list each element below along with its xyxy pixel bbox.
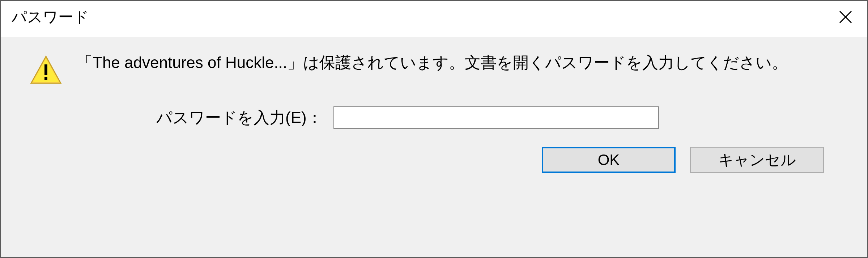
svg-rect-5 [44,77,47,80]
ok-button[interactable]: OK [542,147,676,173]
message-text: 「The adventures of Huckle...」は保護されています。文… [77,51,802,74]
content-area: 「The adventures of Huckle...」は保護されています。文… [1,37,867,257]
input-row: パスワードを入力(E)： [156,106,853,129]
titlebar: パスワード [1,1,867,37]
dialog-title: パスワード [12,7,89,27]
close-icon [838,10,853,24]
button-row: OK キャンセル [30,147,853,173]
close-button[interactable] [835,6,856,28]
password-input-label: パスワードを入力(E)： [156,107,323,128]
password-input[interactable] [333,106,659,129]
cancel-button[interactable]: キャンセル [690,147,824,173]
warning-icon [30,54,62,88]
message-row: 「The adventures of Huckle...」は保護されています。文… [30,51,853,88]
svg-rect-4 [44,64,47,75]
password-dialog: パスワード 「The adventures of Huckle...」は保護され… [0,0,868,258]
